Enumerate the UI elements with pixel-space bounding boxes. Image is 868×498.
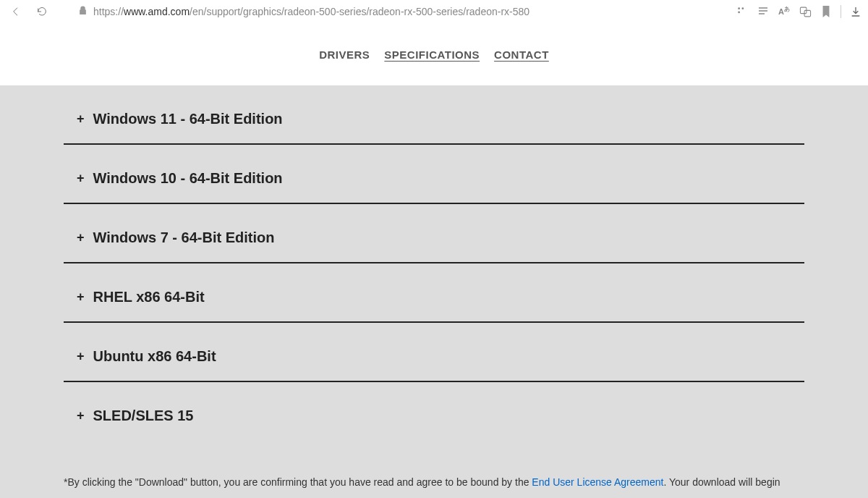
toolbar-actions: Aあ bbox=[736, 5, 862, 18]
lock-icon bbox=[78, 6, 88, 17]
accordion-title: RHEL x86 64-Bit bbox=[93, 289, 205, 305]
plus-icon: + bbox=[77, 230, 85, 245]
address-bar[interactable]: https://www.amd.com/en/support/graphics/… bbox=[58, 6, 730, 17]
accordion-header-ubuntu[interactable]: + Ubuntu x86 64-Bit bbox=[64, 323, 804, 381]
plus-icon: + bbox=[77, 349, 85, 364]
eula-link[interactable]: End User License Agreement bbox=[532, 476, 663, 488]
plus-icon: + bbox=[77, 290, 85, 305]
accordion-header-win11[interactable]: + Windows 11 - 64-Bit Edition bbox=[64, 85, 804, 143]
disclaimer-prefix: *By clicking the "Download" button, you … bbox=[64, 476, 532, 488]
svg-point-2 bbox=[738, 11, 740, 13]
accordion-title: Windows 11 - 64-Bit Edition bbox=[93, 111, 283, 127]
accordion-title: Windows 7 - 64-Bit Edition bbox=[93, 229, 275, 246]
page-tabs: DRIVERS SPECIFICATIONS CONTACT bbox=[0, 23, 868, 85]
accordion-header-rhel[interactable]: + RHEL x86 64-Bit bbox=[64, 263, 804, 321]
plus-icon: + bbox=[77, 171, 85, 186]
accordion-item: + SLED/SLES 15 bbox=[64, 382, 804, 440]
back-button[interactable] bbox=[6, 1, 26, 22]
extension-icon[interactable] bbox=[736, 5, 749, 18]
accordion-header-win10[interactable]: + Windows 10 - 64-Bit Edition bbox=[64, 145, 804, 203]
tab-specifications[interactable]: SPECIFICATIONS bbox=[384, 46, 480, 64]
refresh-icon bbox=[36, 6, 48, 17]
disclaimer-suffix: . Your download will begin bbox=[663, 476, 780, 488]
accordion-title: SLED/SLES 15 bbox=[93, 408, 194, 424]
plus-icon: + bbox=[77, 408, 85, 423]
browser-toolbar: https://www.amd.com/en/support/graphics/… bbox=[0, 0, 868, 23]
accordion-item: + Windows 11 - 64-Bit Edition bbox=[64, 85, 804, 145]
url-text: https://www.amd.com/en/support/graphics/… bbox=[93, 6, 529, 17]
tab-drivers[interactable]: DRIVERS bbox=[319, 46, 370, 64]
disclaimer-text: *By clicking the "Download" button, you … bbox=[64, 440, 804, 490]
arrow-left-icon bbox=[10, 6, 22, 17]
reading-list-icon[interactable] bbox=[757, 5, 770, 18]
bookmark-icon[interactable] bbox=[820, 5, 833, 18]
accordion-item: + Windows 10 - 64-Bit Edition bbox=[64, 145, 804, 204]
accordion-item: + Windows 7 - 64-Bit Edition bbox=[64, 204, 804, 263]
plus-icon: + bbox=[77, 111, 85, 127]
toolbar-divider bbox=[841, 5, 841, 18]
accordion-item: + RHEL x86 64-Bit bbox=[64, 263, 804, 323]
font-size-icon[interactable]: Aあ bbox=[778, 5, 791, 18]
drivers-list: + Windows 11 - 64-Bit Edition + Windows … bbox=[0, 85, 868, 498]
accordion-header-sles[interactable]: + SLED/SLES 15 bbox=[64, 382, 804, 440]
accordion-header-win7[interactable]: + Windows 7 - 64-Bit Edition bbox=[64, 204, 804, 262]
download-icon[interactable] bbox=[849, 5, 862, 18]
tab-contact[interactable]: CONTACT bbox=[494, 46, 549, 64]
svg-point-0 bbox=[738, 7, 740, 9]
accordion-title: Ubuntu x86 64-Bit bbox=[93, 348, 216, 365]
svg-point-1 bbox=[741, 7, 744, 9]
accordion-item: + Ubuntu x86 64-Bit bbox=[64, 323, 804, 382]
translate-icon[interactable] bbox=[799, 5, 812, 18]
refresh-button[interactable] bbox=[32, 1, 52, 22]
accordion-title: Windows 10 - 64-Bit Edition bbox=[93, 170, 283, 187]
